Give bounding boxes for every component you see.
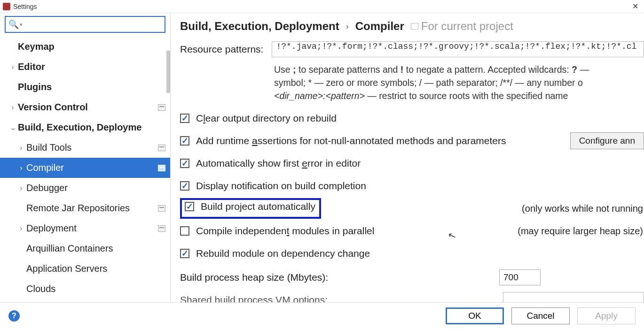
checkbox-rebuild-on-dependency[interactable]: ✓ Rebuild module on dependency change (180, 242, 644, 265)
checkbox-icon: ✓ (180, 114, 189, 123)
sidebar-item-compiler[interactable]: ›Compiler (0, 158, 170, 178)
chevron-down-icon: ⌄ (8, 123, 17, 132)
checkbox-icon: ✓ (180, 249, 189, 258)
chevron-right-icon: › (8, 103, 17, 112)
sidebar-item-arquillian[interactable]: Arquillian Containers (0, 238, 170, 259)
content-pane: Build, Execution, Deployment › Compiler … (171, 13, 644, 302)
compile-parallel-note: (may require larger heap size) (518, 226, 644, 237)
heap-size-input[interactable]: 700 (499, 269, 541, 285)
checkbox-icon: ✓ (180, 226, 189, 236)
checkbox-icon: ✓ (180, 136, 189, 146)
help-button[interactable]: ? (8, 310, 20, 322)
checkbox-icon: ✓ (180, 159, 189, 168)
dialog-footer: ? OK Cancel Apply (0, 302, 644, 329)
titlebar: Settings ✕ (0, 0, 644, 13)
checkbox-icon: ✓ (185, 202, 194, 211)
project-scope-icon (158, 145, 165, 151)
breadcrumb-root[interactable]: Build, Execution, Deployment (180, 20, 339, 33)
configure-annotations-button[interactable]: Configure ann (570, 132, 644, 149)
chevron-right-icon: › (17, 224, 25, 233)
sidebar-item-plugins[interactable]: Plugins (0, 77, 170, 97)
sidebar-item-keymap[interactable]: Keymap (0, 37, 170, 57)
build-auto-note: (only works while not running (522, 203, 644, 214)
search-icon: 🔍 (8, 19, 19, 30)
chevron-right-icon: › (8, 63, 17, 71)
search-input[interactable]: 🔍▾ (5, 16, 165, 33)
ok-button[interactable]: OK (446, 307, 504, 324)
chevron-right-icon: › (17, 144, 25, 152)
sidebar-item-debugger[interactable]: ›Debugger (0, 178, 170, 198)
checkbox-clear-output[interactable]: ✓ Clear output directory on rebuild (180, 107, 644, 130)
highlight-box: ✓ Build project automatically (180, 198, 321, 219)
cancel-button[interactable]: Cancel (511, 307, 570, 324)
project-scope-icon (158, 104, 165, 111)
chevron-right-icon: › (17, 164, 25, 172)
sidebar-item-build[interactable]: ⌄Build, Execution, Deployme (0, 117, 170, 138)
checkbox-auto-show-error[interactable]: ✓ Automatically show first error in edit… (180, 152, 644, 175)
app-icon (3, 3, 10, 10)
resource-patterns-hint: Use ; to separate patterns and ! to nega… (274, 63, 644, 102)
sidebar-item-version-control[interactable]: ›Version Control (0, 97, 170, 117)
sidebar-item-build-tools[interactable]: ›Build Tools (0, 138, 170, 158)
project-scope-icon (158, 205, 165, 212)
checkbox-compile-parallel[interactable]: ✓ Compile independent modules in paralle… (180, 220, 644, 242)
sidebar-scrollbar[interactable] (166, 51, 170, 93)
breadcrumb: Build, Execution, Deployment › Compiler … (180, 20, 644, 33)
checkbox-display-notification[interactable]: ✓ Display notification on build completi… (180, 175, 644, 197)
heap-size-label: Build process heap size (Mbytes): (180, 272, 328, 283)
sidebar: 🔍▾ Keymap ›Editor Plugins ›Version Contr… (0, 13, 171, 302)
sidebar-item-editor[interactable]: ›Editor (0, 57, 170, 77)
chevron-down-icon: ▾ (20, 22, 23, 28)
project-scope-icon (411, 23, 418, 30)
settings-tree: Keymap ›Editor Plugins ›Version Control … (0, 37, 170, 302)
apply-button[interactable]: Apply (577, 307, 636, 324)
sidebar-item-deployment[interactable]: ›Deployment (0, 218, 170, 238)
breadcrumb-current: Compiler (355, 20, 404, 33)
resource-patterns-input[interactable]: !?*.java;!?*.form;!?*.class;!?*.groovy;!… (272, 41, 644, 57)
for-current-project-label: For current project (411, 20, 513, 33)
checkbox-build-project-automatically[interactable]: ✓ Build project automatically (only work… (180, 197, 644, 220)
close-icon[interactable]: ✕ (629, 2, 641, 11)
window-title: Settings (13, 3, 37, 10)
sidebar-item-app-servers[interactable]: Application Servers (0, 259, 170, 279)
checkbox-add-runtime-assertions[interactable]: ✓ Add runtime assertions for not-null-an… (180, 130, 644, 152)
checkbox-icon: ✓ (180, 181, 189, 191)
sidebar-item-remote-jar[interactable]: Remote Jar Repositories (0, 198, 170, 218)
chevron-right-icon: › (346, 22, 349, 31)
vm-options-label: Shared build process VM options: (180, 294, 328, 302)
sidebar-item-clouds[interactable]: Clouds (0, 279, 170, 299)
project-scope-icon (158, 165, 165, 171)
chevron-right-icon: › (17, 184, 25, 192)
project-scope-icon (158, 225, 165, 232)
vm-options-input[interactable] (503, 292, 644, 302)
resource-patterns-label: Resource patterns: (180, 44, 263, 55)
